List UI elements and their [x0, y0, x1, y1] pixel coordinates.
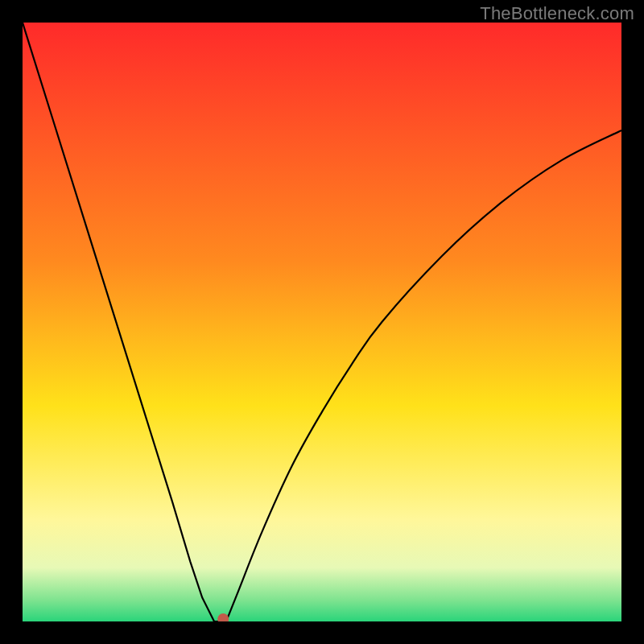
watermark-text: TheBottleneck.com [480, 3, 634, 24]
gradient-background [23, 23, 621, 621]
chart-svg [23, 23, 621, 621]
plot-area [23, 23, 621, 621]
chart-frame: TheBottleneck.com [0, 0, 644, 644]
